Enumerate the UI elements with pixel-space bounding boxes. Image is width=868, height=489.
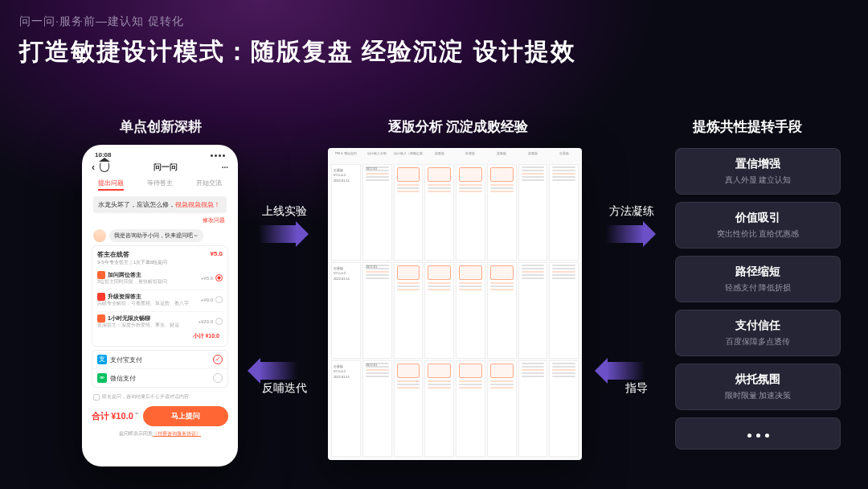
method-cards: 置信增强真人外显 建立认知价值吸引突出性价比 直给优惠感路径缩短轻感支付 降低折…	[675, 148, 841, 450]
back-icon[interactable]: ‹	[92, 162, 95, 173]
board-cell	[487, 360, 517, 457]
method-card: 支付信任百度保障多点透传	[675, 310, 841, 356]
board-cell	[394, 262, 424, 359]
anonymous-row[interactable]: 匿名提问，咨询结束后不公开该对话内容	[87, 391, 233, 403]
submit-button[interactable]: 马上提问	[143, 406, 228, 426]
phone-mockup: 10:08 ‹ 问一问 ··· 提出问题 等待答主 开始交流 水龙头坏了，应该怎…	[82, 145, 238, 466]
status-icons	[209, 151, 225, 158]
board-cell	[456, 262, 485, 359]
radio-on-icon: ✓	[213, 355, 223, 364]
board-cell: 2022.01	[362, 164, 392, 261]
board-cell	[424, 360, 454, 457]
addon-option[interactable]: 加问两位答主3位答主同时回复，更快解答疑问+¥5.0	[97, 269, 223, 287]
home-icon[interactable]	[100, 162, 109, 172]
option-icon	[97, 271, 105, 279]
board-cell: 2022.01	[362, 262, 392, 359]
step-tabs: 提出问题 等待答主 开始交流	[87, 176, 233, 193]
board-cell	[487, 262, 517, 359]
board-cell	[487, 164, 517, 261]
breadcrumb: 问一问·服务前—建认知 促转化	[19, 14, 184, 29]
radio-on-icon	[215, 274, 223, 281]
pay-wechat[interactable]: ⚮微信支付	[92, 369, 227, 387]
method-card: 路径缩短轻感支付 降低折损	[675, 256, 841, 302]
checkbox-icon	[93, 394, 100, 401]
assistant-bubble: 我是咨询助手小问，快来提问吧～	[109, 229, 203, 242]
arrow-experiment: 上线实验	[259, 225, 297, 243]
radio-off-icon	[213, 373, 223, 383]
footnote: 提问即表示同意《付费咨询服务协议》	[87, 429, 233, 437]
page-title: 打造敏捷设计模式：随版复盘 经验沉淀 设计提效	[19, 35, 576, 68]
assistant-avatar	[93, 229, 106, 242]
answer-card: 答主在线答¥5.0 3-5年专业答主｜1次下单6轮提问 加问两位答主3位答主同时…	[92, 245, 228, 347]
option-icon	[97, 314, 105, 323]
board-cell: 全量版V7-5.4.22022.01.11	[331, 360, 361, 457]
question-bubble: 水龙头坏了，应该怎么修，很急很急很急！	[93, 196, 227, 213]
board-cell	[424, 262, 454, 359]
more-card[interactable]	[675, 417, 841, 450]
option-icon	[97, 293, 105, 301]
board-cell	[424, 164, 454, 261]
board-cell	[549, 262, 579, 359]
payment-card: 支支付宝支付 ✓ ⚮微信支付	[92, 350, 228, 388]
section-3-label: 提炼共性提转手段	[667, 117, 828, 136]
addon-option[interactable]: 1小时无限次畅聊资深答主：深度分析爱情、事业、财运+¥29.0	[97, 311, 223, 331]
section-2-label: 逐版分析 沉淀成败经验	[330, 117, 587, 136]
analysis-board: PM & 项设定向设计输入分析设计输入（策略提案）实验版标准版实验版实验版全量版…	[328, 148, 582, 460]
addon-option[interactable]: 升级资深答主高级专业解答：可看面相、算运势、看八字+¥9.0	[97, 290, 223, 309]
terms-link[interactable]: 《付费咨询服务协议》	[153, 431, 201, 436]
board-cell	[518, 262, 548, 359]
method-card: 烘托氛围限时限量 加速决策	[675, 364, 841, 410]
tab-3: 开始交流	[196, 179, 222, 191]
board-cell	[549, 360, 579, 457]
board-cell: 2022.01	[362, 360, 392, 457]
board-cell	[518, 360, 548, 457]
section-1-label: 单点创新深耕	[88, 117, 233, 136]
tab-2: 等待答主	[147, 179, 173, 191]
arrow-feedback: 反哺迭代	[259, 362, 297, 380]
method-card: 价值吸引突出性价比 直给优惠感	[675, 202, 841, 249]
arrow-guide: 指导	[606, 362, 645, 380]
board-cell	[456, 164, 485, 261]
board-cell	[518, 164, 548, 261]
radio-off-icon	[215, 296, 223, 303]
tab-1[interactable]: 提出问题	[98, 179, 124, 191]
board-cell	[549, 164, 579, 261]
more-icon[interactable]: ···	[222, 163, 228, 172]
method-card: 置信增强真人外显 建立认知	[675, 148, 841, 195]
alipay-icon: 支	[97, 355, 107, 364]
board-cell	[394, 360, 424, 457]
arrow-refine: 方法凝练	[606, 225, 645, 243]
modify-link[interactable]: 修改问题	[87, 216, 233, 226]
pay-alipay[interactable]: 支支付宝支付 ✓	[92, 351, 227, 369]
board-cell: 全量版V7-5.4.22022.01.11	[331, 262, 361, 359]
total-label: 合计 ¥10.0 ˇ	[92, 410, 138, 422]
app-title: 问一问	[114, 162, 217, 173]
board-cell: 全量版V7-5.4.22022.01.11	[331, 164, 361, 261]
wechat-icon: ⚮	[97, 373, 107, 383]
radio-off-icon	[215, 318, 223, 325]
board-cell	[456, 360, 485, 457]
board-cell	[394, 164, 424, 261]
